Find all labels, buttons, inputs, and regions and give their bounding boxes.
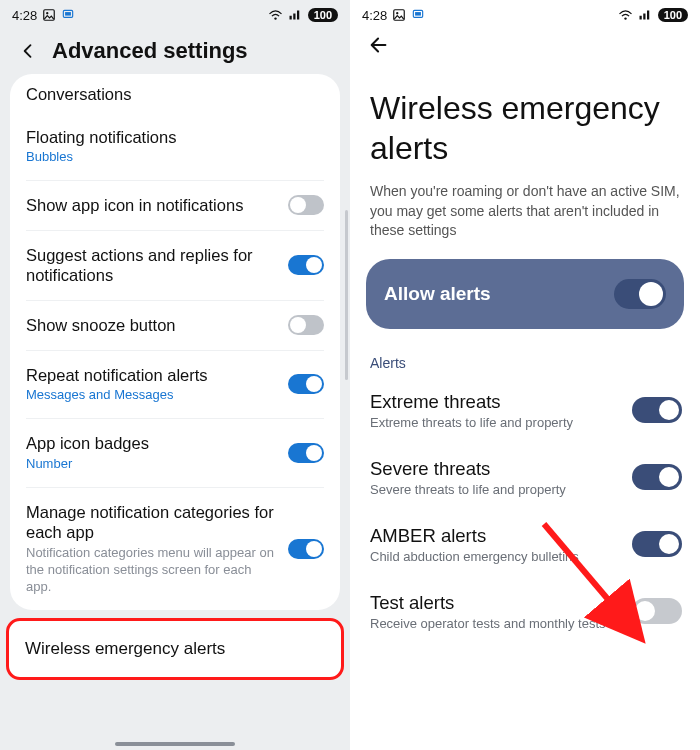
image-icon bbox=[42, 8, 56, 22]
back-chevron-icon[interactable] bbox=[18, 40, 40, 62]
row-wireless-emergency-alerts[interactable]: Wireless emergency alerts bbox=[6, 618, 344, 680]
toggle-amber-alerts[interactable] bbox=[632, 531, 682, 557]
cast-icon bbox=[61, 8, 75, 22]
status-bar: 4:28 100 bbox=[0, 0, 350, 26]
row-sublabel: Notification categories menu will appear… bbox=[26, 545, 278, 596]
image-icon bbox=[392, 8, 406, 22]
row-sublabel: Extreme threats to life and property bbox=[370, 415, 622, 430]
home-indicator[interactable] bbox=[115, 742, 235, 746]
cast-icon bbox=[411, 8, 425, 22]
row-show-app-icon[interactable]: Show app icon in notifications bbox=[26, 181, 324, 231]
row-label: AMBER alerts bbox=[370, 525, 622, 547]
row-amber-alerts[interactable]: AMBER alerts Child abduction emergency b… bbox=[350, 511, 700, 578]
section-header-alerts: Alerts bbox=[350, 339, 700, 377]
svg-rect-8 bbox=[415, 12, 421, 16]
svg-rect-3 bbox=[65, 12, 71, 16]
page-title: Wireless emergency alerts bbox=[350, 64, 700, 178]
row-severe-threats[interactable]: Severe threats Severe threats to life an… bbox=[350, 444, 700, 511]
header bbox=[350, 26, 700, 64]
toggle-severe-threats[interactable] bbox=[632, 464, 682, 490]
toggle-manage-categories[interactable] bbox=[288, 539, 324, 559]
row-repeat-alerts[interactable]: Repeat notification alerts Messages and … bbox=[26, 351, 324, 420]
row-sublabel: Bubbles bbox=[26, 149, 324, 166]
signal-icon bbox=[638, 9, 653, 21]
row-label: App icon badges bbox=[26, 433, 278, 454]
toggle-extreme-threats[interactable] bbox=[632, 397, 682, 423]
toggle-allow-alerts[interactable] bbox=[614, 279, 666, 309]
row-suggest-actions[interactable]: Suggest actions and replies for notifica… bbox=[26, 231, 324, 301]
row-sublabel: Receive operator tests and monthly tests bbox=[370, 616, 622, 631]
status-time: 4:28 bbox=[362, 8, 387, 23]
right-phone-screen: 4:28 100 Wireless emergency alerts When … bbox=[350, 0, 700, 750]
wifi-icon bbox=[268, 9, 283, 21]
row-label: Conversations bbox=[26, 84, 324, 105]
wifi-icon bbox=[618, 9, 633, 21]
header: Advanced settings bbox=[0, 26, 350, 70]
row-label: Manage notification categories for each … bbox=[26, 502, 278, 543]
row-label: Show snooze button bbox=[26, 315, 278, 336]
row-label: Severe threats bbox=[370, 458, 622, 480]
row-sublabel: Severe threats to life and property bbox=[370, 482, 622, 497]
toggle-badges[interactable] bbox=[288, 443, 324, 463]
signal-icon bbox=[288, 9, 303, 21]
row-manage-categories[interactable]: Manage notification categories for each … bbox=[26, 488, 324, 610]
battery-level: 100 bbox=[658, 8, 688, 22]
row-label: Show app icon in notifications bbox=[26, 195, 278, 216]
allow-alerts-card[interactable]: Allow alerts bbox=[366, 259, 684, 329]
row-sublabel: Child abduction emergency bulletins bbox=[370, 549, 622, 564]
svg-point-1 bbox=[46, 12, 48, 14]
row-snooze-button[interactable]: Show snooze button bbox=[26, 301, 324, 351]
row-extreme-threats[interactable]: Extreme threats Extreme threats to life … bbox=[350, 377, 700, 444]
row-label: Repeat notification alerts bbox=[26, 365, 278, 386]
row-app-icon-badges[interactable]: App icon badges Number bbox=[26, 419, 324, 488]
svg-point-6 bbox=[396, 12, 398, 14]
row-floating-notifications[interactable]: Floating notifications Bubbles bbox=[26, 113, 324, 182]
allow-alerts-label: Allow alerts bbox=[384, 283, 491, 305]
row-sublabel: Number bbox=[26, 456, 278, 473]
row-sublabel: Messages and Messages bbox=[26, 387, 278, 404]
scroll-indicator bbox=[345, 210, 348, 380]
toggle-test-alerts[interactable] bbox=[632, 598, 682, 624]
left-phone-screen: 4:28 100 Advanced settings Conversati bbox=[0, 0, 350, 750]
row-label: Test alerts bbox=[370, 592, 622, 614]
settings-card: Conversations Floating notifications Bub… bbox=[10, 74, 340, 610]
row-conversations[interactable]: Conversations bbox=[26, 74, 324, 113]
status-bar: 4:28 100 bbox=[350, 0, 700, 26]
toggle-suggest-actions[interactable] bbox=[288, 255, 324, 275]
toggle-snooze[interactable] bbox=[288, 315, 324, 335]
page-title: Advanced settings bbox=[52, 38, 248, 64]
back-arrow-icon[interactable] bbox=[368, 34, 390, 56]
svg-point-4 bbox=[274, 17, 276, 19]
status-time: 4:28 bbox=[12, 8, 37, 23]
battery-level: 100 bbox=[308, 8, 338, 22]
row-label: Suggest actions and replies for notifica… bbox=[26, 245, 278, 286]
row-label: Wireless emergency alerts bbox=[25, 639, 325, 659]
toggle-repeat-alerts[interactable] bbox=[288, 374, 324, 394]
svg-point-9 bbox=[624, 17, 626, 19]
row-test-alerts[interactable]: Test alerts Receive operator tests and m… bbox=[350, 578, 700, 645]
toggle-show-app-icon[interactable] bbox=[288, 195, 324, 215]
page-subtitle: When you're roaming or don't have an act… bbox=[350, 178, 700, 259]
row-label: Floating notifications bbox=[26, 127, 324, 148]
row-label: Extreme threats bbox=[370, 391, 622, 413]
